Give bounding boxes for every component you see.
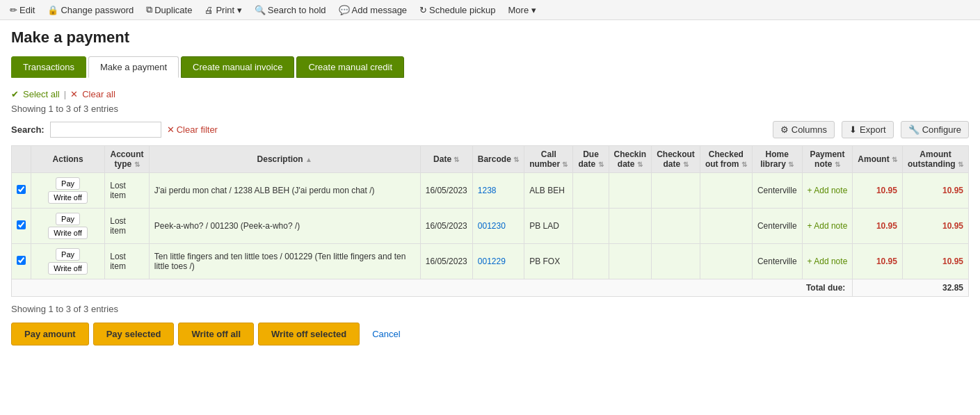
tab-manual-invoice[interactable]: Create manual invoice [181,56,294,78]
schedule-pickup-link[interactable]: ↻ Schedule pickup [419,5,495,15]
pay-amount-button[interactable]: Pay amount [11,323,89,345]
row-checked-out-from [700,209,752,244]
duplicate-icon: ⧉ [146,4,152,15]
row-checkbox-0[interactable] [17,185,26,194]
table-row: Pay Write off Lost item Ten little finge… [12,244,969,279]
print-icon: 🖨 [204,5,214,15]
change-password-link[interactable]: 🔒 Change password [47,5,134,15]
row-payment-note: + Add note [802,244,853,279]
row-checkout-date [652,209,700,244]
row-checkout-date [652,173,700,209]
search-bar-right: ⚙ Columns ⬇ Export 🔧 Configure [773,121,969,138]
edit-link[interactable]: ✏ Edit [10,5,35,15]
search-label: Search: [11,124,45,135]
add-note-button-0[interactable]: + Add note [808,186,848,195]
writeoff-button-2[interactable]: Write off [48,262,88,275]
total-due-value: 32.85 [853,279,969,297]
row-barcode: 1238 [472,173,524,209]
search-icon: 🔍 [255,5,266,15]
col-header-amount: Amount ⇅ [853,146,903,173]
row-due-date [573,244,609,279]
tab-make-payment[interactable]: Make a payment [88,56,179,78]
tab-manual-credit[interactable]: Create manual credit [296,56,404,78]
more-link[interactable]: More ▾ [508,5,536,15]
export-button[interactable]: ⬇ Export [842,121,894,138]
write-off-selected-button[interactable]: Write off selected [258,323,360,345]
row-checkbox-cell [12,173,31,209]
row-amount-outstanding: 10.95 [902,173,968,209]
search-bar: Search: ✕ Clear filter ⚙ Columns ⬇ Expor… [11,121,969,138]
row-amount-outstanding: 10.95 [902,209,968,244]
row-home-library: Centerville [752,173,802,209]
row-checked-out-from [700,173,752,209]
add-note-button-2[interactable]: + Add note [808,257,848,266]
row-checkout-date [652,244,700,279]
row-description: J'ai perdu mon chat / 1238 ALB BEH (J'ai… [149,173,420,209]
row-checked-out-from [700,244,752,279]
tab-transactions[interactable]: Transactions [11,56,86,78]
row-checkbox-1[interactable] [17,220,26,229]
configure-button[interactable]: 🔧 Configure [901,121,969,138]
row-description: Ten little fingers and ten little toes /… [149,244,420,279]
clear-filter-link[interactable]: ✕ Clear filter [167,124,218,135]
tab-bar: Transactions Make a payment Create manua… [11,56,969,78]
pay-button-2[interactable]: Pay [56,248,80,261]
row-amount: 10.95 [853,173,903,209]
row-actions-cell: Pay Write off [31,209,105,244]
select-all-link[interactable]: Select all [23,89,60,99]
col-header-checkin-date: Checkindate ⇅ [609,146,652,173]
row-call-number: PB FOX [524,244,573,279]
add-note-button-1[interactable]: + Add note [808,221,848,231]
pay-selected-button[interactable]: Pay selected [93,323,175,345]
barcode-link-2[interactable]: 001229 [478,257,506,266]
col-header-actions: Actions [31,146,105,173]
pay-button-1[interactable]: Pay [56,213,80,225]
col-header-date: Date ⇅ [420,146,472,173]
search-input[interactable] [50,122,161,138]
page-title: Make a payment [11,29,969,47]
print-link[interactable]: 🖨 Print ▾ [204,5,241,15]
x-icon: ✕ [167,124,175,135]
row-checkbox-cell [12,244,31,279]
row-account-type: Lost item [105,244,150,279]
row-due-date [573,173,609,209]
entry-count-bottom: Showing 1 to 3 of 3 entries [11,304,969,314]
table-row: Pay Write off Lost item J'ai perdu mon c… [12,173,969,209]
pay-button-0[interactable]: Pay [56,177,80,190]
row-actions-cell: Pay Write off [31,244,105,279]
clear-icon: ✕ [70,89,78,99]
row-barcode: 001229 [472,244,524,279]
row-amount: 10.95 [853,244,903,279]
row-date: 16/05/2023 [420,173,472,209]
top-nav: ✏ Edit 🔒 Change password ⧉ Duplicate 🖨 P… [0,0,980,20]
barcode-link-1[interactable]: 001230 [478,221,506,231]
download-icon: ⬇ [849,124,857,135]
writeoff-button-0[interactable]: Write off [48,191,88,204]
row-amount: 10.95 [853,209,903,244]
col-header-checked-out-from: Checkedout from ⇅ [700,146,752,173]
columns-button[interactable]: ⚙ Columns [773,121,835,138]
search-to-hold-link[interactable]: 🔍 Search to hold [255,5,326,15]
row-barcode: 001230 [472,209,524,244]
write-off-all-button[interactable]: Write off all [178,323,254,345]
barcode-link-0[interactable]: 1238 [478,186,497,195]
add-message-link[interactable]: 💬 Add message [339,5,408,15]
row-date: 16/05/2023 [420,209,472,244]
row-account-type: Lost item [105,209,150,244]
writeoff-button-1[interactable]: Write off [48,227,88,239]
row-actions-cell: Pay Write off [31,173,105,209]
col-header-home-library: Homelibrary ⇅ [752,146,802,173]
row-call-number: PB LAD [524,209,573,244]
clear-all-link[interactable]: Clear all [82,89,115,99]
duplicate-link[interactable]: ⧉ Duplicate [146,4,192,15]
refresh-icon: ↻ [419,5,427,15]
row-checkbox-2[interactable] [17,256,26,265]
table-row: Pay Write off Lost item Peek-a-who? / 00… [12,209,969,244]
col-header-amount-outstanding: Amountoutstanding ⇅ [902,146,968,173]
row-call-number: ALB BEH [524,173,573,209]
cancel-button[interactable]: Cancel [364,323,408,345]
select-controls: ✔ Select all | ✕ Clear all [11,89,969,99]
col-header-call-number: Callnumber ⇅ [524,146,573,173]
row-payment-note: + Add note [802,209,853,244]
row-payment-note: + Add note [802,173,853,209]
